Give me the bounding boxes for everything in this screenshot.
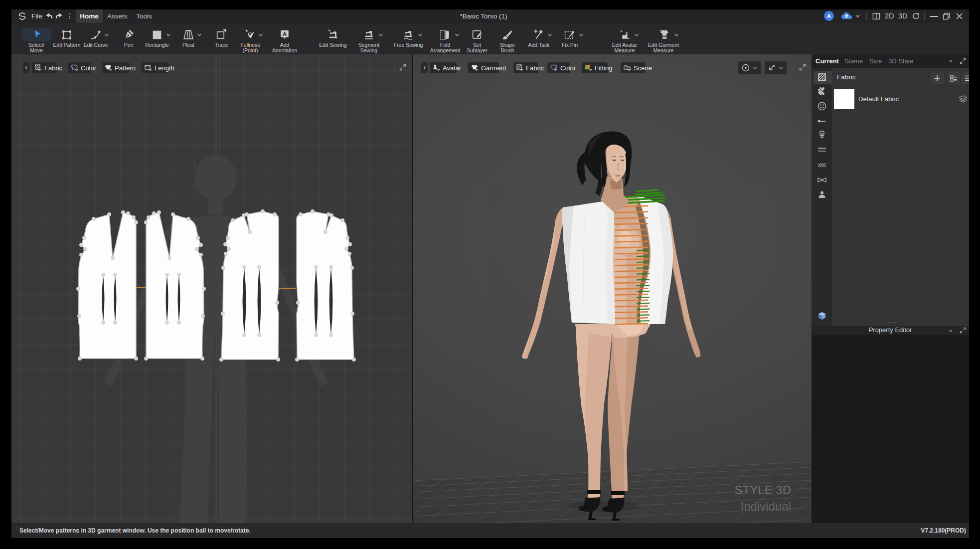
- svg-text:Individual: Individual: [741, 500, 791, 513]
- svg-text:A: A: [283, 31, 287, 37]
- svg-text:STYLE 3D: STYLE 3D: [735, 483, 791, 497]
